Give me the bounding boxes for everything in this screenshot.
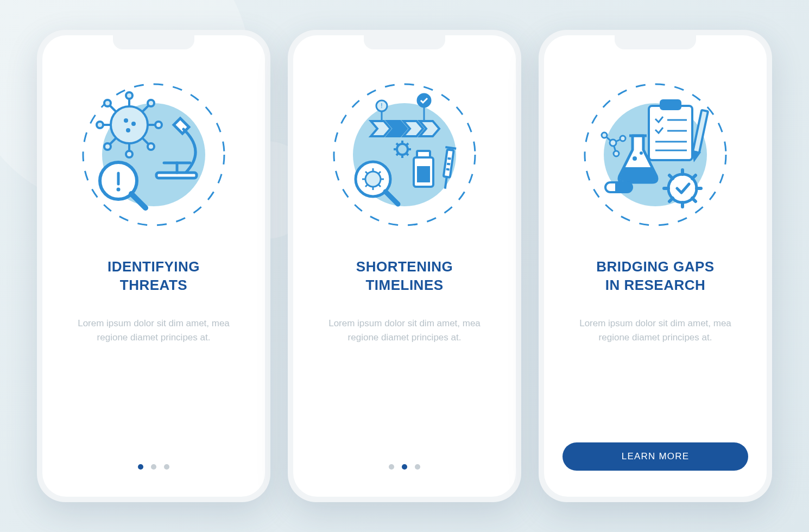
svg-line-91 xyxy=(692,175,696,179)
learn-more-button[interactable]: LEARN MORE xyxy=(562,442,748,471)
page-indicator xyxy=(389,464,420,470)
svg-line-61 xyxy=(445,147,456,149)
phone-mockup-2: ! xyxy=(288,30,521,502)
svg-point-75 xyxy=(633,156,637,161)
onboarding-screen-1: IDENTIFYING THREATS Lorem ipsum dolor si… xyxy=(42,35,265,497)
timeline-vaccine-icon: ! xyxy=(323,73,486,236)
svg-line-63 xyxy=(447,164,450,164)
page-indicator xyxy=(138,464,169,470)
svg-point-4 xyxy=(126,92,132,99)
phone-mockup-1: IDENTIFYING THREATS Lorem ipsum dolor si… xyxy=(37,30,270,502)
onboarding-description: Lorem ipsum dolor sit dim amet, mea regi… xyxy=(312,316,497,345)
svg-rect-67 xyxy=(649,106,692,160)
svg-rect-68 xyxy=(661,100,680,109)
onboarding-title: BRIDGING GAPS IN RESEARCH xyxy=(596,258,714,295)
svg-line-92 xyxy=(669,198,673,201)
page-dot[interactable] xyxy=(415,464,420,470)
page-dot[interactable] xyxy=(389,464,394,470)
page-dot[interactable] xyxy=(151,464,156,470)
svg-point-19 xyxy=(124,118,128,123)
svg-line-64 xyxy=(446,169,450,170)
svg-point-83 xyxy=(614,151,619,156)
svg-line-11 xyxy=(110,105,116,112)
phone-notch xyxy=(364,35,445,49)
svg-rect-58 xyxy=(418,167,429,181)
onboarding-description: Lorem ipsum dolor sit dim amet, mea regi… xyxy=(562,316,748,345)
onboarding-description: Lorem ipsum dolor sit dim amet, mea regi… xyxy=(61,316,247,345)
svg-text:!: ! xyxy=(381,102,382,110)
svg-rect-57 xyxy=(417,151,430,157)
onboarding-screen-3: BRIDGING GAPS IN RESEARCH Lorem ipsum do… xyxy=(544,35,767,497)
svg-point-21 xyxy=(126,128,130,132)
svg-point-16 xyxy=(104,143,111,150)
svg-point-6 xyxy=(126,151,132,157)
svg-point-10 xyxy=(155,122,162,128)
page-dot[interactable] xyxy=(164,464,169,470)
svg-point-20 xyxy=(131,122,136,126)
svg-point-81 xyxy=(602,132,607,138)
svg-point-12 xyxy=(104,100,111,106)
virus-microscope-icon xyxy=(72,73,235,236)
phone-notch xyxy=(615,35,696,49)
svg-line-44 xyxy=(406,153,408,155)
svg-line-43 xyxy=(396,153,399,155)
svg-point-14 xyxy=(148,100,154,106)
svg-line-90 xyxy=(669,175,673,179)
onboarding-title: SHORTENING TIMELINES xyxy=(356,258,453,295)
svg-point-18 xyxy=(148,143,154,150)
svg-line-93 xyxy=(692,198,696,201)
svg-line-42 xyxy=(406,143,408,145)
svg-point-2 xyxy=(111,106,148,143)
research-clipboard-icon xyxy=(574,73,737,236)
page-dot[interactable] xyxy=(138,464,143,470)
svg-point-47 xyxy=(365,172,381,187)
page-dot[interactable] xyxy=(402,464,407,470)
svg-point-8 xyxy=(97,122,103,128)
onboarding-screen-2: ! xyxy=(293,35,516,497)
onboarding-title: IDENTIFYING THREATS xyxy=(108,258,200,295)
svg-point-82 xyxy=(620,136,625,141)
svg-point-80 xyxy=(610,140,616,146)
svg-line-41 xyxy=(396,143,399,145)
phone-mockup-3: BRIDGING GAPS IN RESEARCH Lorem ipsum do… xyxy=(539,30,772,502)
svg-point-76 xyxy=(640,151,643,155)
svg-point-28 xyxy=(117,188,121,192)
phone-notch xyxy=(113,35,194,49)
svg-line-62 xyxy=(448,159,451,159)
